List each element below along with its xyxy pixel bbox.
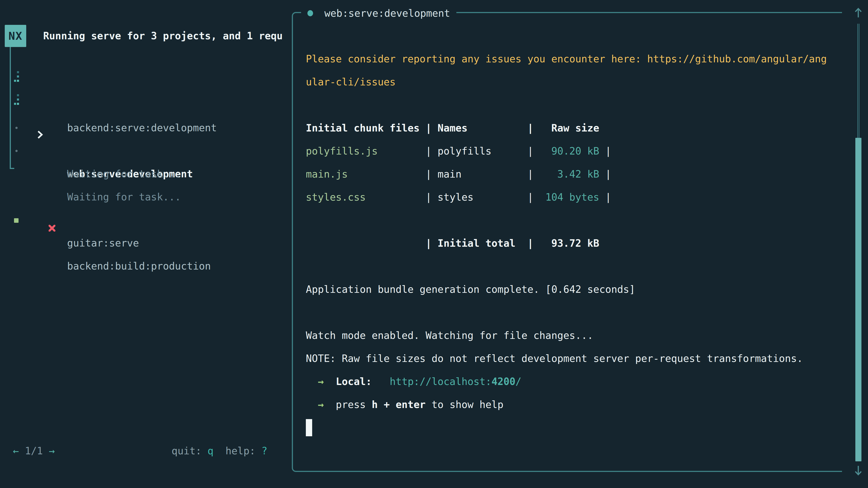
terminal-line: Please consider reporting any issues you… [306, 47, 827, 70]
quit-key: q [208, 445, 214, 457]
terminal-output: Please consider reporting any issues you… [306, 24, 827, 416]
panel-title-text: web:serve:development [324, 7, 450, 19]
scroll-up-icon[interactable] [854, 7, 862, 18]
nx-terminal-ui: NX Running serve for 3 projects, and 1 r… [0, 0, 868, 488]
terminal-line: Initial chunk files | Names | Raw size [306, 117, 827, 140]
task-row-web-serve[interactable]: web:serve:development [0, 93, 289, 116]
task-label: guitar:serve [67, 237, 139, 249]
terminal-line: styles.css | styles | 104 bytes | [306, 186, 827, 209]
terminal-line [306, 24, 827, 47]
task-row-guitar-serve[interactable]: guitar:serve [0, 186, 289, 208]
terminal-line: → press h + enter to show help [306, 393, 827, 416]
scrollbar-track[interactable] [859, 24, 860, 138]
terminal-line: → Local: http://localhost:4200/ [306, 370, 827, 393]
selected-pointer-icon [1, 101, 7, 109]
keyboard-shortcuts: quit: q help: ? [172, 440, 268, 462]
pager: ← 1/1 → [13, 440, 55, 462]
task-row-waiting-1[interactable]: Waiting for task... [0, 116, 289, 139]
help-key: ? [261, 445, 268, 457]
spinner-icon [14, 71, 20, 82]
task-label: backend:build:production [67, 260, 211, 272]
task-row-waiting-2[interactable]: Waiting for task... [0, 139, 289, 162]
terminal-line: ular-cli/issues [306, 70, 827, 94]
terminal-line: main.js | main | 3.42 kB | [306, 163, 827, 186]
pager-page: 1/1 [25, 445, 43, 457]
task-label: Waiting for task... [67, 168, 181, 180]
terminal-line: polyfills.js | polyfills | 90.20 kB | [306, 140, 827, 163]
pager-next-icon[interactable]: → [49, 445, 55, 457]
pager-prev-icon[interactable]: ← [13, 445, 19, 457]
terminal-line: | Initial total | 93.72 kB [306, 232, 827, 255]
help-label: help: [225, 445, 261, 457]
nx-logo-badge: NX [5, 25, 26, 47]
terminal-line [306, 209, 827, 232]
terminal-line [306, 301, 827, 324]
terminal-line: NOTE: Raw file sizes do not reflect deve… [306, 347, 827, 370]
terminal-line: Application bundle generation complete. … [306, 278, 827, 301]
pager-page-indicator [19, 445, 25, 457]
scrollbar-thumb[interactable] [855, 138, 862, 461]
panel-title: web:serve:development [301, 2, 456, 25]
scroll-down-icon[interactable] [854, 465, 862, 476]
task-row-backend-serve[interactable]: backend:serve:development [0, 70, 289, 93]
success-square-icon [14, 218, 19, 223]
terminal-line: Watch mode enabled. Watching for file ch… [306, 324, 827, 347]
page-title: Running serve for 3 projects, and 1 requ [43, 25, 289, 47]
terminal-line [306, 94, 827, 117]
waiting-dot-icon [16, 127, 18, 129]
failed-cross-icon [13, 194, 20, 200]
spinner-icon [14, 94, 20, 105]
waiting-dot-icon [16, 150, 18, 152]
task-row-backend-build[interactable]: backend:build:production [0, 208, 289, 232]
quit-label: quit: [172, 445, 208, 457]
running-dot-icon [307, 10, 313, 16]
terminal-cursor [306, 419, 312, 436]
task-output-panel: web:serve:development Please consider re… [292, 12, 842, 472]
scrollbar-track[interactable] [857, 24, 858, 138]
terminal-line [306, 255, 827, 278]
